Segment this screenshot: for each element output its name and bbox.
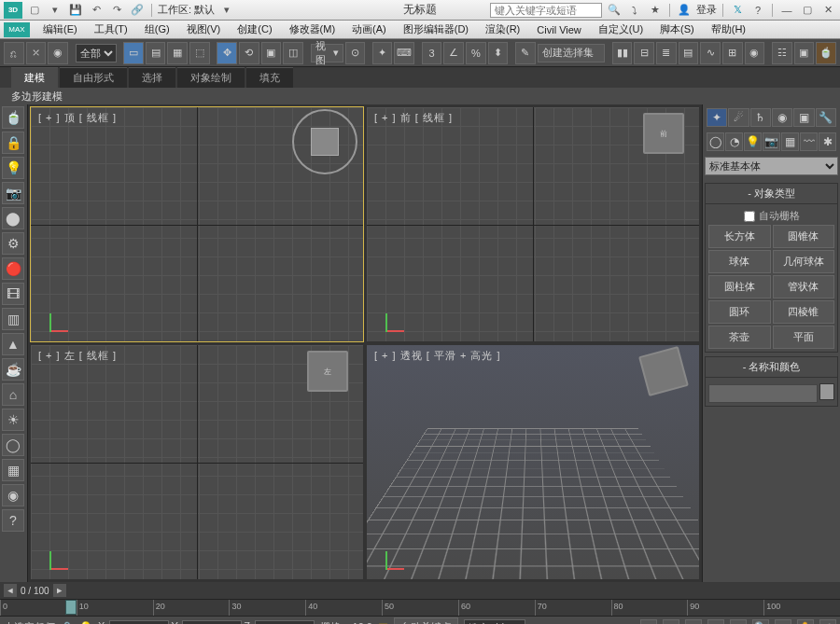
menu-help[interactable]: 帮助(H) [704,21,753,38]
render-icon[interactable]: 🍵 [816,42,836,64]
motion-tab-icon[interactable]: ◉ [772,108,792,127]
search-input[interactable] [490,3,602,18]
btn-plane[interactable]: 平面 [773,326,835,349]
viewport-left[interactable]: [ + ] 左 [ 线框 ] 左 [30,344,364,580]
scale-icon[interactable]: ▣ [261,42,282,64]
max-logo[interactable]: MAX [4,22,30,37]
viewcube-left[interactable]: 左 [307,351,348,392]
menu-render[interactable]: 渲染(R) [478,21,527,38]
user-icon[interactable]: 👤 [676,2,693,19]
autogrid-check[interactable]: 自动栅格 [708,207,834,225]
lb-gear-icon[interactable]: ⚙ [2,232,24,255]
zoom-all-icon[interactable]: ⊞ [775,619,791,625]
btn-cone[interactable]: 圆锥体 [773,225,835,248]
btn-box[interactable]: 长方体 [708,225,771,248]
tab-freeform[interactable]: 自由形式 [60,67,127,88]
window-crossing-icon[interactable]: ⬚ [189,42,210,64]
login-link[interactable]: 登录 [696,3,717,17]
select-icon[interactable]: ▭ [123,42,144,64]
rect-select-icon[interactable]: ▦ [167,42,188,64]
pivot-icon[interactable]: ⊙ [345,42,366,64]
next-frame-icon[interactable]: ► [707,619,724,625]
spacewarps-icon[interactable]: 〰 [800,132,818,151]
viewport-perspective[interactable]: [ + ] 透视 [ 平滑 + 高光 ] [366,344,700,580]
lb-circle-icon[interactable]: ◯ [2,434,24,456]
move-icon[interactable]: ✥ [217,42,237,64]
menu-views[interactable]: 视图(V) [179,21,229,38]
tab-modeling[interactable]: 建模 [11,67,58,88]
shapes-icon[interactable]: ◔ [725,132,743,151]
open-icon[interactable]: ▾ [47,2,63,19]
autokey-button[interactable]: 自动关键点 [394,617,458,624]
cameras-icon[interactable]: 📷 [763,132,780,151]
menu-customize[interactable]: 自定义(U) [591,21,651,38]
workspace-label[interactable]: 工作区: 默认 [158,3,215,17]
viewcube-top[interactable] [292,109,357,174]
unlink-icon[interactable]: ⤫ [26,42,47,64]
lb-sphere-icon[interactable]: ⬤ [2,207,24,229]
layers-icon[interactable]: ≣ [656,42,677,64]
lb-camera-icon[interactable]: 📷 [2,182,24,204]
favorite-icon[interactable]: ★ [647,2,664,19]
render-setup-icon[interactable]: ☷ [772,42,792,64]
lb-light-icon[interactable]: 💡 [2,157,24,179]
y-field[interactable] [182,620,242,625]
filter-dropdown[interactable]: 全部 [76,44,117,62]
exchange-icon[interactable]: 𝕏 [729,2,746,19]
lb-material-icon[interactable]: ◉ [2,484,24,506]
render-frame-icon[interactable]: ▣ [794,42,815,64]
btn-teapot[interactable]: 茶壶 [708,326,771,349]
tab-selection[interactable]: 选择 [129,67,175,88]
menu-edit[interactable]: 编辑(E) [35,21,85,38]
viewport-top[interactable]: [ + ] 顶 [ 线框 ] [30,106,364,342]
lb-lock-icon[interactable]: 🔒 [2,132,24,154]
pan-icon[interactable]: ✋ [797,619,814,625]
viewcube-persp[interactable] [638,346,689,396]
menu-graph[interactable]: 图形编辑器(D) [396,21,476,38]
new-icon[interactable]: ▢ [26,2,43,19]
undo-icon[interactable]: ↶ [88,2,105,19]
link-icon[interactable]: 🔗 [129,2,146,19]
keymode-dropdown[interactable]: 选定对象 [464,619,525,625]
menu-civil[interactable]: Civil View [529,22,588,37]
btn-cylinder[interactable]: 圆柱体 [708,275,771,298]
lb-panel-icon[interactable]: ▥ [2,308,24,330]
schematic-icon[interactable]: ⊞ [722,42,743,64]
refcoord-dropdown[interactable]: 视图 ▾ [311,44,343,62]
scroll-left-icon[interactable]: ◄ [4,584,17,597]
btn-geosphere[interactable]: 几何球体 [773,250,835,273]
lb-arch-icon[interactable]: ⌂ [2,383,24,406]
maximize-icon[interactable]: ▢ [799,2,816,19]
lb-reel-icon[interactable]: 🎞 [2,283,24,305]
lb-cone-icon[interactable]: ▲ [2,333,24,355]
bind-icon[interactable]: ◉ [48,42,68,64]
tab-populate[interactable]: 填充 [246,67,293,88]
goto-start-icon[interactable]: ⏮ [640,619,657,625]
help-icon[interactable]: ? [749,2,766,19]
mirror-icon[interactable]: ▮▮ [612,42,633,64]
select-name-icon[interactable]: ▤ [146,42,166,64]
save-icon[interactable]: 💾 [67,2,84,19]
search-icon[interactable]: 🔍 [606,2,623,19]
play-icon[interactable]: ▶ [685,619,702,625]
menu-create[interactable]: 创建(C) [230,21,279,38]
keyboard-icon[interactable]: ⌨ [394,42,414,64]
btn-tube[interactable]: 管状体 [773,275,835,298]
geometry-icon[interactable]: ◯ [707,132,724,151]
btn-sphere[interactable]: 球体 [708,250,771,273]
lb-record-icon[interactable]: 🔴 [2,257,24,280]
snap-icon[interactable]: 3 [422,42,442,64]
zoom-icon[interactable]: 🔍 [752,619,769,625]
manip-icon[interactable]: ✦ [372,42,393,64]
edit-selset-icon[interactable]: ✎ [515,42,536,64]
explorer-icon[interactable]: ▤ [679,42,699,64]
menu-script[interactable]: 脚本(S) [652,21,702,38]
lb-help-icon[interactable]: ? [2,509,24,532]
selset-dropdown[interactable]: 创建选择集 [538,44,606,62]
object-name-input[interactable] [708,384,818,403]
signin-arrow-icon[interactable]: ⤵ [626,2,643,19]
spinner-snap-icon[interactable]: ⬍ [488,42,509,64]
prev-frame-icon[interactable]: ◄ [663,619,679,625]
object-color-swatch[interactable] [819,383,834,400]
menu-modifiers[interactable]: 修改器(M) [282,21,343,38]
